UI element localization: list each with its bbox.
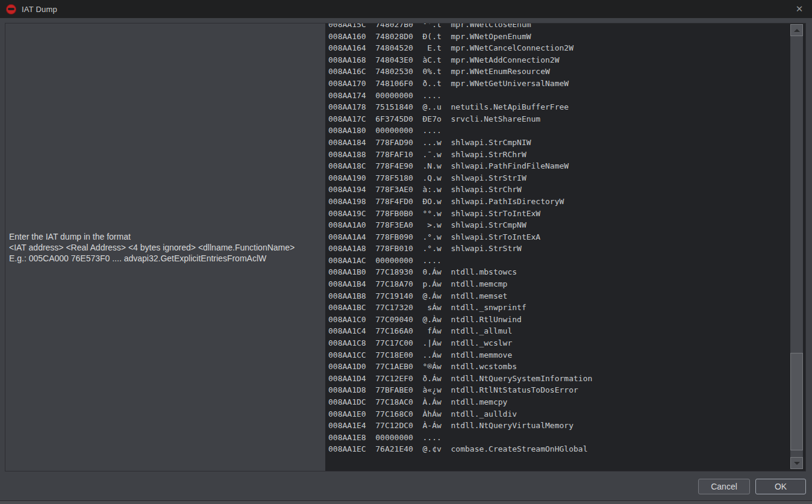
scroll-up-button[interactable] bbox=[790, 24, 803, 36]
iat-dump-textarea[interactable]: 008AA15C 748027B0 °'.t mpr.WNetCloseEnum… bbox=[325, 23, 805, 471]
instructions-line-3: E.g.: 005CA000 76E573F0 .... advapi32.Ge… bbox=[9, 253, 325, 264]
instructions-label: Enter the IAT dump in the format <IAT ad… bbox=[5, 23, 325, 471]
content-panel: Enter the IAT dump in the format <IAT ad… bbox=[5, 23, 806, 471]
ok-button-label: OK bbox=[775, 482, 787, 491]
scroll-down-arrow-icon bbox=[794, 462, 800, 465]
close-icon: ✕ bbox=[796, 4, 804, 14]
vertical-scrollbar[interactable] bbox=[790, 24, 803, 469]
scroll-up-arrow-icon bbox=[794, 29, 800, 32]
cancel-button[interactable]: Cancel bbox=[698, 479, 750, 494]
title-bar: IAT Dump ✕ bbox=[0, 0, 812, 18]
app-icon bbox=[6, 4, 16, 14]
instructions-line-2: <IAT address> <Real Address> <4 bytes ig… bbox=[9, 242, 325, 253]
cancel-button-label: Cancel bbox=[711, 482, 737, 491]
iat-dump-text: 008AA15C 748027B0 °'.t mpr.WNetCloseEnum… bbox=[325, 23, 805, 455]
instructions-line-1: Enter the IAT dump in the format bbox=[9, 231, 325, 242]
scrollbar-thumb[interactable] bbox=[790, 353, 803, 450]
window-bottom-edge bbox=[0, 500, 812, 504]
scroll-down-button[interactable] bbox=[790, 457, 803, 469]
ok-button[interactable]: OK bbox=[755, 479, 806, 494]
close-button[interactable]: ✕ bbox=[792, 1, 807, 17]
window-title: IAT Dump bbox=[22, 5, 57, 14]
